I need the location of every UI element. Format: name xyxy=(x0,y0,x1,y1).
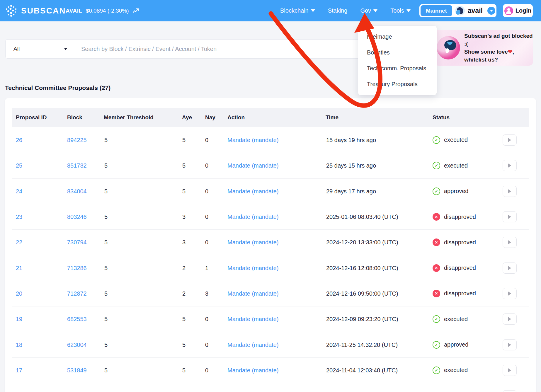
caret-right-icon xyxy=(508,189,511,193)
column-header-status: Status xyxy=(433,114,450,121)
network-dropdown-button[interactable] xyxy=(487,7,495,15)
price-chart-icon[interactable] xyxy=(132,8,139,14)
caret-right-icon xyxy=(508,368,511,372)
chevron-down-icon xyxy=(373,9,377,12)
menu-item-staking[interactable]: Staking xyxy=(328,7,348,14)
mainnet-button[interactable]: Mainnet xyxy=(421,5,452,16)
block-link[interactable]: 803246 xyxy=(67,214,87,220)
aye-value: 5 xyxy=(182,188,186,195)
block-link[interactable]: 834004 xyxy=(67,188,87,195)
aye-value: 2 xyxy=(182,265,186,271)
table-body: 26 894225 5 5 0 Mandate (mandate) 15 day… xyxy=(12,127,529,392)
time-value: 2024-12-09 09:23:20 (UTC) xyxy=(326,316,398,323)
block-link[interactable]: 894225 xyxy=(67,137,87,143)
action-link[interactable]: Mandate (mandate) xyxy=(227,162,279,169)
expand-row-button[interactable] xyxy=(503,313,517,325)
avail-network-icon xyxy=(455,6,465,16)
expand-row-button[interactable] xyxy=(503,134,517,146)
status-label: executed xyxy=(444,162,468,169)
nay-value: 0 xyxy=(205,367,208,374)
expand-row-button[interactable] xyxy=(503,288,517,299)
proposal-id-link[interactable]: 18 xyxy=(16,341,22,348)
member-threshold-value: 5 xyxy=(104,239,108,246)
time-value: 15 days 19 hrs ago xyxy=(326,137,376,143)
proposal-id-link[interactable]: 25 xyxy=(16,162,22,169)
gov-menu-item-preimage[interactable]: Preimage xyxy=(358,29,437,45)
search-filter-select[interactable]: All xyxy=(6,40,74,58)
caret-right-icon xyxy=(508,292,511,296)
status-badge: ✓ executed xyxy=(433,136,468,144)
token-price: $0.0894 (-2.30%) xyxy=(86,8,129,14)
expand-row-button[interactable] xyxy=(503,390,517,392)
nay-value: 0 xyxy=(205,137,208,143)
block-link[interactable]: 623004 xyxy=(67,341,87,348)
gov-menu-item-tech-comm-proposals[interactable]: Tech.comm. Proposals xyxy=(358,60,437,76)
column-header-member-threshold: Member Threshold xyxy=(104,114,154,121)
block-link[interactable]: 712872 xyxy=(67,290,87,297)
block-link[interactable]: 730794 xyxy=(67,239,87,246)
search-filter-value: All xyxy=(13,46,20,52)
proposal-id-link[interactable]: 22 xyxy=(16,239,22,246)
proposal-id-link[interactable]: 17 xyxy=(16,367,22,374)
expand-row-button[interactable] xyxy=(503,237,517,248)
status-badge: ✕ disapproved xyxy=(433,264,476,272)
expand-row-button[interactable] xyxy=(503,186,517,197)
menu-item-tools[interactable]: Tools xyxy=(390,7,411,14)
column-header-block: Block xyxy=(67,114,82,121)
status-badge: ✕ disapproved xyxy=(433,290,476,297)
aye-value: 5 xyxy=(182,367,186,374)
status-label: disapproved xyxy=(444,214,476,220)
menu-item-gov[interactable]: Gov xyxy=(360,7,377,14)
time-value: 2025-01-06 08:03:40 (UTC) xyxy=(326,214,398,220)
status-label: disapproved xyxy=(444,290,476,297)
action-link[interactable]: Mandate (mandate) xyxy=(227,265,279,271)
action-link[interactable]: Mandate (mandate) xyxy=(227,214,279,220)
status-badge: ✓ executed xyxy=(433,162,468,169)
gov-menu-item-bounties[interactable]: Bounties xyxy=(358,45,437,60)
action-link[interactable]: Mandate (mandate) xyxy=(227,341,279,348)
action-link[interactable]: Mandate (mandate) xyxy=(227,188,279,195)
action-link[interactable]: Mandate (mandate) xyxy=(227,239,279,246)
proposal-id-link[interactable]: 19 xyxy=(16,316,22,323)
subscan-logo[interactable]: SUBSCAN xyxy=(5,0,66,21)
block-link[interactable]: 682553 xyxy=(67,316,87,323)
expand-row-button[interactable] xyxy=(503,160,517,171)
block-link[interactable]: 851732 xyxy=(67,162,87,169)
expand-row-button[interactable] xyxy=(503,211,517,222)
action-link[interactable]: Mandate (mandate) xyxy=(227,137,279,143)
proposal-id-link[interactable]: 21 xyxy=(16,265,22,271)
proposal-id-link[interactable]: 23 xyxy=(16,214,22,220)
nay-value: 0 xyxy=(205,162,208,169)
table-row: 20 712872 5 2 3 Mandate (mandate) 2024-1… xyxy=(12,281,529,306)
aye-value: 3 xyxy=(182,214,186,220)
action-link[interactable]: Mandate (mandate) xyxy=(227,316,279,323)
user-avatar-icon xyxy=(504,6,513,15)
gov-menu-item-treasury-proposals[interactable]: Treasury Proposals xyxy=(358,76,437,92)
expand-row-button[interactable] xyxy=(503,365,517,376)
nay-value: 3 xyxy=(205,290,208,297)
time-value: 25 days 15 hrs ago xyxy=(326,162,376,169)
status-icon: ✓ xyxy=(433,341,440,349)
proposal-id-link[interactable]: 24 xyxy=(16,188,22,195)
member-threshold-value: 5 xyxy=(104,316,108,323)
proposal-id-link[interactable]: 20 xyxy=(16,290,22,297)
expand-row-button[interactable] xyxy=(503,263,517,274)
member-threshold-value: 5 xyxy=(104,188,108,195)
login-button[interactable]: Login xyxy=(503,4,533,17)
nay-value: 1 xyxy=(205,265,208,271)
status-badge: ✕ disapproved xyxy=(433,238,476,246)
status-icon: ✕ xyxy=(433,290,440,297)
expand-row-button[interactable] xyxy=(503,339,517,350)
aye-value: 3 xyxy=(182,239,186,246)
proposal-id-link[interactable]: 26 xyxy=(16,137,22,143)
caret-right-icon xyxy=(508,266,511,270)
nay-value: 0 xyxy=(205,341,208,348)
subscan-dots-icon xyxy=(5,4,18,17)
block-link[interactable]: 713286 xyxy=(67,265,87,271)
block-link[interactable]: 531849 xyxy=(67,367,87,374)
action-link[interactable]: Mandate (mandate) xyxy=(227,290,279,297)
time-value: 2024-11-25 14:32:20 (UTC) xyxy=(326,341,398,348)
crying-face-icon xyxy=(437,36,460,59)
menu-item-blockchain[interactable]: Blockchain xyxy=(280,7,315,14)
action-link[interactable]: Mandate (mandate) xyxy=(227,367,279,374)
